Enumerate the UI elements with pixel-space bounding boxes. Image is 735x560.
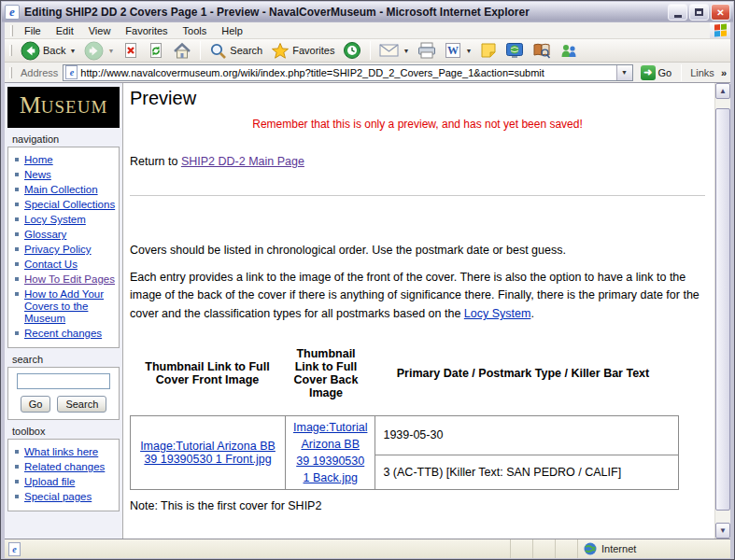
mail-dropdown-icon[interactable]: ▼ — [403, 48, 409, 54]
search-go-button[interactable]: Go — [21, 396, 51, 413]
go-button[interactable]: ➜ Go — [638, 65, 675, 80]
maximize-button[interactable] — [689, 4, 709, 21]
refresh-button[interactable] — [144, 40, 168, 62]
status-zone-label: Internet — [601, 543, 636, 554]
address-grip[interactable] — [9, 67, 12, 78]
para2-text: Each entry provides a link to the image … — [130, 271, 700, 321]
locy-system-link[interactable]: Locy System — [464, 307, 531, 320]
logo-rest: USEUM — [41, 98, 108, 116]
resize-grip[interactable] — [717, 539, 730, 558]
media-globe-icon — [505, 42, 524, 59]
links-chevron-icon[interactable]: » — [721, 67, 727, 78]
nav-link-contact-us[interactable]: Contact Us — [24, 259, 78, 270]
status-zone-panel: Internet — [577, 539, 717, 558]
sidebar-search-input[interactable] — [17, 373, 110, 389]
nav-link-locy-system[interactable]: Locy System — [24, 214, 86, 225]
edit-dropdown-icon[interactable]: ▼ — [465, 48, 472, 54]
address-dropdown-icon[interactable]: ▼ — [616, 65, 632, 80]
menu-help[interactable]: Help — [214, 23, 250, 38]
forward-dropdown-icon[interactable]: ▼ — [107, 48, 114, 54]
toolbox-box: What links here Related changes Upload f… — [7, 439, 120, 511]
print-button[interactable] — [414, 40, 440, 62]
menu-view[interactable]: View — [81, 23, 119, 38]
navigation-list: Home News Main Collection Special Collec… — [10, 154, 117, 340]
return-prefix: Return to — [130, 155, 181, 168]
menu-edit[interactable]: Edit — [49, 23, 81, 38]
menu-grip[interactable] — [10, 25, 13, 36]
history-icon — [343, 41, 361, 60]
go-label: Go — [658, 67, 672, 78]
favorites-button[interactable]: Favorites — [267, 40, 338, 62]
toolbox-item-upload-file: Upload file — [24, 476, 117, 488]
print-icon — [417, 42, 436, 59]
media-button[interactable] — [502, 40, 528, 62]
cover-table-headers: Thumbnail Link to Full Cover Front Image… — [130, 347, 679, 399]
cover-note: Note: This is the first cover for SHIP2 — [130, 499, 705, 512]
scroll-down-icon[interactable]: ▼ — [715, 523, 730, 539]
front-image-link[interactable]: Image:Tutorial Arizona BB 39 19390530 1 … — [140, 440, 276, 466]
browser-window: e Editing SHIP2 DD 2 Covers Page 1 - Pre… — [0, 0, 735, 560]
address-input[interactable] — [80, 66, 613, 79]
menu-favorites[interactable]: Favorites — [118, 23, 175, 38]
toolbox-link-what-links-here[interactable]: What links here — [24, 446, 98, 457]
note-icon — [480, 42, 497, 59]
home-button[interactable] — [169, 40, 195, 62]
back-image-link[interactable]: Image:Tutorial Arizona BB 39 19390530 1 … — [293, 421, 367, 484]
forward-button[interactable]: ▼ — [80, 40, 118, 62]
mail-button[interactable]: ▼ — [375, 40, 413, 62]
nav-link-main-collection[interactable]: Main Collection — [24, 184, 98, 195]
nav-link-home[interactable]: Home — [24, 154, 53, 165]
return-main-page-link[interactable]: SHIP2 DD-2 Main Page — [181, 155, 304, 168]
home-icon — [173, 42, 191, 60]
chronological-paragraph: Covers should be listed in chronological… — [130, 244, 705, 257]
back-label: Back — [43, 45, 65, 56]
toolbox-item-related-changes: Related changes — [24, 461, 117, 473]
nav-item-recent-changes: Recent changes — [24, 328, 117, 340]
nav-link-add-covers[interactable]: How to Add Your Covers to the Museum — [24, 288, 104, 324]
menu-tools[interactable]: Tools — [176, 23, 215, 38]
toolbox-link-special-pages[interactable]: Special pages — [24, 491, 92, 502]
search-heading: search — [12, 354, 120, 365]
back-dropdown-icon[interactable]: ▼ — [69, 48, 76, 54]
header-back-image: Thumbnail Link to Full Cover Back Image — [285, 347, 367, 399]
scroll-thumb[interactable] — [715, 108, 730, 511]
scroll-track[interactable] — [715, 511, 730, 523]
toolbar-grip[interactable] — [9, 45, 12, 56]
messenger-button[interactable] — [556, 40, 582, 62]
nav-item-contact-us: Contact Us — [24, 259, 117, 271]
scroll-up-icon[interactable]: ▲ — [715, 83, 730, 99]
museum-logo[interactable]: MUSEUM — [7, 87, 120, 128]
toolbox-link-upload-file[interactable]: Upload file — [24, 476, 75, 487]
edit-word-button[interactable]: W ▼ — [441, 40, 475, 62]
nav-link-special-collections[interactable]: Special Collections — [24, 199, 115, 210]
entry-description-paragraph: Each entry provides a link to the image … — [130, 269, 705, 324]
history-button[interactable] — [339, 40, 365, 62]
stop-button[interactable] — [119, 40, 143, 62]
favorites-label: Favorites — [292, 45, 334, 56]
messenger-icon — [559, 42, 578, 59]
vertical-scrollbar[interactable]: ▲ ▼ — [714, 83, 730, 539]
status-page-icon: e — [8, 542, 21, 556]
notes-button[interactable] — [476, 40, 501, 62]
close-button[interactable]: ✕ — [711, 4, 730, 21]
links-label[interactable]: Links — [688, 67, 716, 78]
search-button[interactable]: Search — [205, 40, 266, 62]
research-button[interactable] — [529, 40, 555, 62]
window-controls: ✕ — [668, 4, 730, 21]
back-button[interactable]: Back ▼ — [17, 40, 79, 62]
nav-link-recent-changes[interactable]: Recent changes — [24, 328, 102, 339]
book-search-icon — [532, 42, 551, 59]
nav-link-privacy-policy[interactable]: Privacy Policy — [24, 244, 92, 255]
toolbox-link-related-changes[interactable]: Related changes — [24, 461, 105, 472]
nav-link-glossary[interactable]: Glossary — [24, 229, 66, 240]
toolbox-list: What links here Related changes Upload f… — [10, 446, 117, 503]
nav-item-how-to-edit: How To Edit Pages — [24, 273, 117, 286]
status-cell — [555, 539, 577, 558]
toolbox-heading: toolbox — [12, 426, 120, 437]
nav-link-news[interactable]: News — [24, 169, 51, 180]
menu-file[interactable]: File — [17, 23, 49, 38]
scroll-track[interactable] — [715, 99, 730, 108]
nav-link-how-to-edit[interactable]: How To Edit Pages — [24, 273, 115, 285]
minimize-button[interactable] — [668, 4, 687, 21]
search-search-button[interactable]: Search — [57, 396, 106, 413]
